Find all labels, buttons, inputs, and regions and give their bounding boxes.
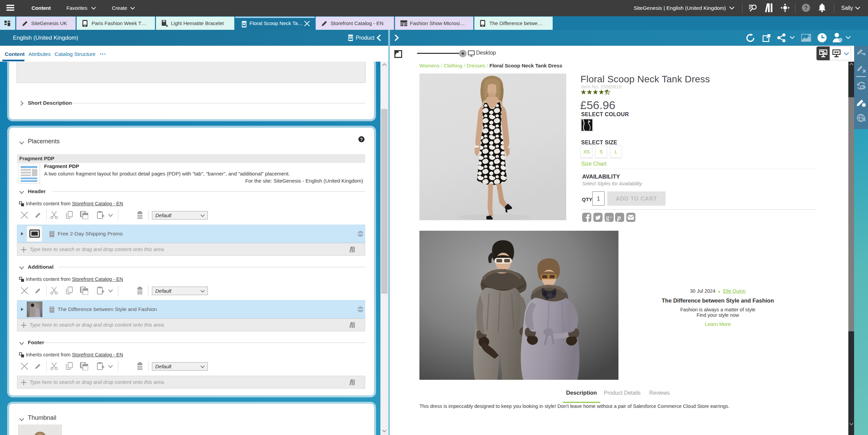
svg-text:<>: <> xyxy=(50,308,54,311)
svg-text:+: + xyxy=(610,215,612,220)
svg-text:g: g xyxy=(606,214,609,222)
svg-text:<>: <> xyxy=(50,233,54,236)
svg-text:?: ? xyxy=(360,137,363,142)
svg-text:?: ? xyxy=(804,5,808,11)
svg-text:p: p xyxy=(617,213,621,222)
